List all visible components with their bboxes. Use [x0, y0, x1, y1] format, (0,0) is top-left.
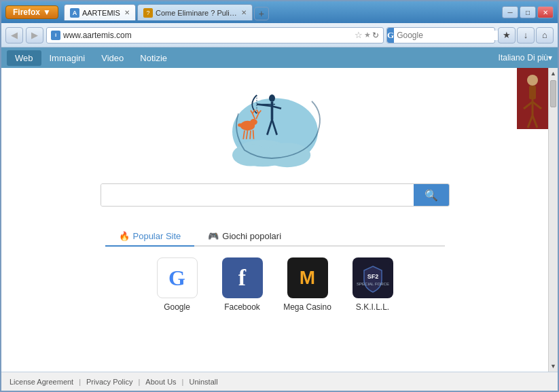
facebook-site-label: Facebook — [224, 302, 260, 312]
main-search-button[interactable]: 🔍 — [414, 184, 449, 206]
scrollbar[interactable]: ▲ ▼ — [548, 68, 558, 372]
mega-m-letter: M — [300, 267, 315, 289]
skill-svg-icon: SF2 SPECIAL FORCE — [356, 261, 390, 295]
bookmarks-icon: ★ — [503, 30, 511, 40]
toolbar-video[interactable]: Video — [93, 50, 132, 66]
minimize-button[interactable]: ─ — [502, 6, 518, 18]
popular-site-label: Popular Site — [133, 231, 181, 241]
facebook-f-letter: f — [238, 265, 246, 291]
toolbar-more[interactable]: Di più▾ — [527, 53, 552, 63]
bookmark-star2-icon[interactable]: ★ — [364, 31, 371, 39]
uninstall-link[interactable]: Uninstall — [189, 378, 217, 386]
url-input[interactable] — [63, 31, 352, 40]
toolbar-web[interactable]: Web — [7, 50, 41, 66]
scrollbar-thumb[interactable] — [550, 80, 556, 107]
back-button[interactable]: ◀ — [5, 27, 23, 43]
tab2-close-icon[interactable]: ✕ — [241, 9, 247, 16]
toolbar-immagini[interactable]: Immagini — [41, 50, 94, 66]
scrollbar-up-arrow[interactable]: ▲ — [549, 68, 558, 79]
google-g-icon: G — [387, 30, 394, 41]
main-search-box: 🔍 — [101, 183, 450, 207]
privacy-policy-link[interactable]: Privacy Policy — [86, 378, 132, 386]
tab-come-eliminare[interactable]: ? Come Eliminare ? Pulite e fate spazio … — [137, 4, 253, 20]
scrollbar-track[interactable] — [549, 109, 558, 361]
tab-aartemis[interactable]: A AARTEMIS ✕ — [64, 4, 136, 20]
download-button[interactable]: ↓ — [517, 27, 535, 43]
window-controls: ─ □ ✕ — [502, 6, 554, 18]
skill-site-icon: SF2 SPECIAL FORCE — [353, 257, 393, 298]
download-icon: ↓ — [524, 30, 528, 40]
site-facebook[interactable]: f Facebook — [215, 257, 270, 312]
toolbar-web-label: Web — [15, 53, 33, 63]
ad-banner — [517, 68, 548, 129]
sites-grid: G Google f Facebook M — [105, 257, 445, 312]
site-google[interactable]: G Google — [150, 257, 204, 312]
svg-point-26 — [238, 123, 242, 126]
tab2-favicon: ? — [143, 8, 153, 18]
toolbar-language[interactable]: Italiano — [499, 53, 525, 63]
firefox-label: Firefox — [13, 7, 40, 17]
forward-icon: ▶ — [31, 30, 38, 40]
url-site-icon: i — [51, 31, 60, 40]
toolbar-immagini-label: Immagini — [50, 53, 86, 63]
refresh-icon[interactable]: ↻ — [372, 31, 379, 40]
facebook-site-icon: f — [222, 257, 263, 298]
main-search-input[interactable] — [101, 184, 414, 206]
page-body: 🔍 🔥 Popular Site 🎮 Giochi popolari — [1, 68, 548, 372]
google-g-letter: G — [168, 266, 185, 291]
svg-point-12 — [269, 94, 275, 102]
main-content-area: 🔍 🔥 Popular Site 🎮 Giochi popolari — [1, 68, 558, 372]
tab1-favicon: A — [70, 8, 79, 18]
popular-section: 🔥 Popular Site 🎮 Giochi popolari G G — [105, 227, 445, 312]
about-us-link[interactable]: About Us — [145, 378, 176, 386]
svg-line-24 — [250, 130, 251, 139]
ad-svg — [517, 68, 548, 129]
google-search-box: G 🔍 — [386, 27, 495, 43]
svg-point-10 — [264, 143, 310, 167]
toolbar-right: Italiano Di più▾ — [499, 53, 552, 63]
ad-image — [517, 68, 548, 129]
mega-casino-site-label: Mega Casino — [283, 302, 331, 312]
close-button[interactable]: ✕ — [537, 6, 554, 18]
google-search-input[interactable] — [394, 31, 501, 40]
skill-site-label: S.K.I.L.L. — [356, 302, 389, 312]
bookmark-star-icon[interactable]: ☆ — [355, 30, 363, 40]
minimize-icon: ─ — [507, 9, 512, 16]
home-button[interactable]: ⌂ — [536, 27, 554, 43]
logo-area — [1, 68, 548, 177]
new-tab-icon: + — [259, 8, 264, 19]
back-icon: ◀ — [11, 30, 18, 40]
footer: License Agreement | Privacy Policy | Abo… — [1, 372, 558, 391]
footer-sep-1: | — [79, 378, 81, 386]
firefox-menu-button[interactable]: Firefox ▼ — [5, 5, 58, 19]
svg-text:SPECIAL FORCE: SPECIAL FORCE — [357, 282, 389, 286]
popular-site-tab[interactable]: 🔥 Popular Site — [105, 227, 195, 247]
main-search-area: 🔍 — [1, 177, 548, 213]
toolbar-video-label: Video — [101, 53, 124, 63]
maximize-icon: □ — [526, 9, 530, 16]
site-mega-casino[interactable]: M Mega Casino — [281, 257, 335, 312]
url-action-icons: ☆ ★ ↻ — [355, 30, 379, 40]
giochi-popolari-tab[interactable]: 🎮 Giochi popolari — [194, 227, 295, 245]
navigation-bar: ◀ ▶ i ☆ ★ ↻ G 🔍 — [1, 23, 558, 48]
forward-button[interactable]: ▶ — [26, 27, 43, 43]
google-search-icon[interactable]: G — [387, 28, 394, 43]
url-icon-label: i — [55, 32, 56, 38]
tab1-close-icon[interactable]: ✕ — [124, 9, 130, 16]
giochi-label: Giochi popolari — [222, 231, 281, 241]
popular-site-icon: 🔥 — [119, 231, 130, 241]
tabs-container: A AARTEMIS ✕ ? Come Eliminare ? Pulite e… — [64, 4, 499, 20]
site-skill[interactable]: SF2 SPECIAL FORCE S.K.I.L.L. — [346, 257, 400, 312]
main-search-icon: 🔍 — [425, 189, 438, 202]
license-agreement-link[interactable]: License Agreement — [10, 378, 73, 386]
bookmarks-button[interactable]: ★ — [498, 27, 516, 43]
toolbar-notizie[interactable]: Notizie — [132, 50, 175, 66]
footer-sep-2: | — [139, 378, 141, 386]
titlebar: Firefox ▼ A AARTEMIS ✕ ? Come Eliminare … — [1, 1, 558, 23]
new-tab-button[interactable]: + — [254, 7, 269, 20]
maximize-button[interactable]: □ — [520, 6, 536, 18]
url-bar: i ☆ ★ ↻ — [46, 27, 384, 43]
browser-window: Firefox ▼ A AARTEMIS ✕ ? Come Eliminare … — [0, 0, 559, 392]
search-toolbar: Web Immagini Video Notizie Italiano Di p… — [1, 48, 558, 68]
scrollbar-down-arrow[interactable]: ▼ — [549, 361, 558, 372]
